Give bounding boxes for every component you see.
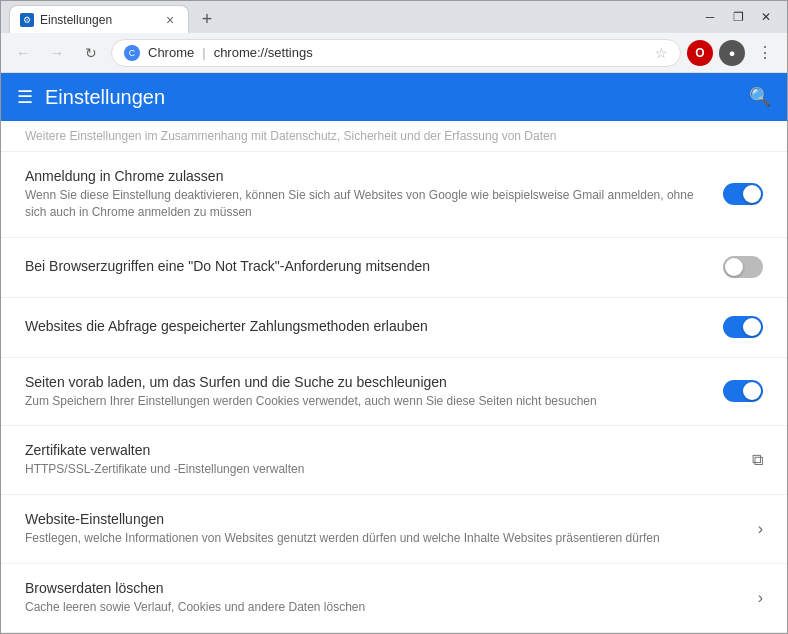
active-tab[interactable]: ⚙ Einstellungen × (9, 5, 189, 33)
setting-content-do-not-track: Bei Browserzugriffen eine "Do Not Track"… (25, 258, 707, 277)
reload-button[interactable]: ↻ (77, 39, 105, 67)
opera-icon[interactable]: O (687, 40, 713, 66)
url-text: chrome://settings (214, 45, 313, 60)
toggle-sign-in[interactable] (723, 183, 763, 205)
content-area: Weitere Einstellungen im Zusammenhang mi… (1, 121, 787, 633)
arrow-right-icon-clear-data: › (758, 589, 763, 607)
setting-item-payment-methods[interactable]: Websites die Abfrage gespeicherter Zahlu… (1, 298, 787, 358)
site-name: Chrome (148, 45, 194, 60)
setting-title-payment-methods: Websites die Abfrage gespeicherter Zahlu… (25, 318, 707, 334)
toggle-payment-methods[interactable] (723, 316, 763, 338)
tab-favicon: ⚙ (20, 13, 34, 27)
toggle-do-not-track[interactable] (723, 256, 763, 278)
setting-item-preload[interactable]: Seiten vorab laden, um das Surfen und di… (1, 358, 787, 427)
setting-desc-sign-in: Wenn Sie diese Einstellung deaktivieren,… (25, 187, 707, 221)
top-fade-text: Weitere Einstellungen im Zusammenhang mi… (1, 121, 787, 152)
setting-title-preload: Seiten vorab laden, um das Surfen und di… (25, 374, 707, 390)
setting-item-do-not-track[interactable]: Bei Browserzugriffen eine "Do Not Track"… (1, 238, 787, 298)
setting-content-clear-data: Browserdaten löschen Cache leeren sowie … (25, 580, 742, 616)
minimize-button[interactable]: ─ (697, 4, 723, 30)
app-header: ☰ Einstellungen 🔍 (1, 73, 787, 121)
url-favicon: C (124, 45, 140, 61)
setting-title-do-not-track: Bei Browserzugriffen eine "Do Not Track"… (25, 258, 707, 274)
setting-desc-preload: Zum Speichern Ihrer Einstellungen werden… (25, 393, 707, 410)
setting-title-clear-data: Browserdaten löschen (25, 580, 742, 596)
setting-item-certificates[interactable]: Zertifikate verwalten HTTPS/SSL-Zertifik… (1, 426, 787, 495)
url-separator: | (202, 45, 205, 60)
url-bar[interactable]: C Chrome | chrome://settings ☆ (111, 39, 681, 67)
page-title: Einstellungen (45, 86, 737, 109)
title-bar: ⚙ Einstellungen × + ─ ❐ ✕ (1, 1, 787, 33)
setting-desc-website-settings: Festlegen, welche Informationen von Webs… (25, 530, 742, 547)
profile-icon[interactable]: ● (719, 40, 745, 66)
setting-content-preload: Seiten vorab laden, um das Surfen und di… (25, 374, 707, 410)
tab-close-button[interactable]: × (162, 12, 178, 28)
setting-desc-clear-data: Cache leeren sowie Verlauf, Cookies und … (25, 599, 742, 616)
setting-content-website-settings: Website-Einstellungen Festlegen, welche … (25, 511, 742, 547)
search-button[interactable]: 🔍 (749, 86, 771, 108)
setting-content-sign-in: Anmeldung in Chrome zulassen Wenn Sie di… (25, 168, 707, 221)
address-bar: ← → ↻ C Chrome | chrome://settings ☆ O ●… (1, 33, 787, 73)
scroll-content[interactable]: Weitere Einstellungen im Zusammenhang mi… (1, 121, 787, 633)
more-menu-button[interactable]: ⋮ (751, 39, 779, 67)
bookmark-star-icon[interactable]: ☆ (655, 45, 668, 61)
close-button[interactable]: ✕ (753, 4, 779, 30)
toggle-preload[interactable] (723, 380, 763, 402)
tab-area: ⚙ Einstellungen × + (1, 1, 689, 33)
arrow-right-icon-website-settings: › (758, 520, 763, 538)
setting-content-certificates: Zertifikate verwalten HTTPS/SSL-Zertifik… (25, 442, 736, 478)
external-link-icon-certificates: ⧉ (752, 451, 763, 469)
window-controls: ─ ❐ ✕ (689, 1, 787, 33)
setting-title-website-settings: Website-Einstellungen (25, 511, 742, 527)
setting-title-sign-in: Anmeldung in Chrome zulassen (25, 168, 707, 184)
new-tab-button[interactable]: + (193, 5, 221, 33)
tab-label: Einstellungen (40, 13, 112, 27)
setting-item-website-settings[interactable]: Website-Einstellungen Festlegen, welche … (1, 495, 787, 564)
setting-content-payment-methods: Websites die Abfrage gespeicherter Zahlu… (25, 318, 707, 337)
forward-button[interactable]: → (43, 39, 71, 67)
restore-button[interactable]: ❐ (725, 4, 751, 30)
setting-title-certificates: Zertifikate verwalten (25, 442, 736, 458)
setting-item-sign-in[interactable]: Anmeldung in Chrome zulassen Wenn Sie di… (1, 152, 787, 238)
hamburger-menu-button[interactable]: ☰ (17, 86, 33, 108)
setting-desc-certificates: HTTPS/SSL-Zertifikate und -Einstellungen… (25, 461, 736, 478)
setting-item-clear-data[interactable]: Browserdaten löschen Cache leeren sowie … (1, 564, 787, 633)
back-button[interactable]: ← (9, 39, 37, 67)
